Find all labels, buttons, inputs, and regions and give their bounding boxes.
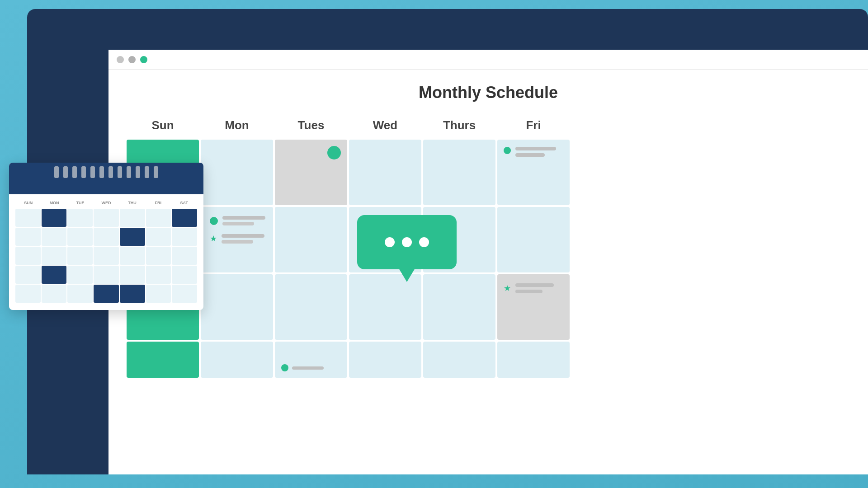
mini-cell[interactable]: [15, 247, 41, 265]
mini-cell[interactable]: [42, 209, 67, 227]
calendar-header: Sun Mon Tues Wed Thurs Fri: [127, 116, 850, 138]
cell-r4-sun: [127, 342, 199, 378]
fri-r3-line2: [515, 290, 542, 293]
col-header-thurs: Thurs: [423, 116, 495, 138]
mini-cell[interactable]: [94, 266, 119, 284]
fri-r1-lines: [515, 147, 556, 157]
mini-cell[interactable]: [172, 285, 197, 303]
mini-cell[interactable]: [94, 209, 119, 227]
cell-r1-wed: [349, 140, 421, 205]
mini-cell[interactable]: [120, 285, 145, 303]
mini-cell[interactable]: [15, 285, 41, 303]
spiral-10: [136, 166, 140, 178]
mon-item1-line2: [222, 222, 254, 225]
cell-r1-mon: [201, 140, 273, 205]
mini-cell[interactable]: [67, 228, 93, 246]
browser-window: Monthly Schedule Sun Mon Tues Wed Thurs …: [108, 50, 868, 474]
mini-cell[interactable]: [42, 228, 67, 246]
calendar-row-4: [127, 342, 850, 378]
browser-content: Monthly Schedule Sun Mon Tues Wed Thurs …: [108, 70, 868, 474]
mini-day-wed: WED: [93, 200, 119, 206]
cell-r3-thurs: [423, 274, 495, 340]
mini-cell[interactable]: [146, 209, 171, 227]
chat-dot-3: [419, 237, 429, 247]
tues-r4-dot: [281, 364, 288, 371]
mini-cell[interactable]: [67, 266, 93, 284]
calendar-grid: Sun Mon Tues Wed Thurs Fri: [127, 116, 850, 378]
mon-item1-line1: [222, 216, 265, 220]
mini-cal-days-header: SUN MON TUE WED THU FRI SAT: [15, 200, 197, 206]
spiral-7: [108, 166, 113, 178]
mini-cell[interactable]: [42, 266, 67, 284]
cell-r4-wed: [349, 342, 421, 378]
page-title: Monthly Schedule: [127, 83, 850, 102]
col-header-fri: Fri: [497, 116, 570, 138]
cell-r3-wed: [349, 274, 421, 340]
spiral-6: [99, 166, 104, 178]
fri-r3-lines: [515, 283, 554, 293]
mini-day-fri: FRI: [145, 200, 171, 206]
mini-cell[interactable]: [94, 247, 119, 265]
calendar-row-3: ★: [127, 274, 850, 340]
fri-r3-star: ★: [504, 283, 511, 293]
mon-item2-line1: [222, 234, 264, 238]
calendar-body: ★: [127, 140, 850, 378]
col-header-mon: Mon: [201, 116, 273, 138]
spiral-3: [72, 166, 77, 178]
mini-cell[interactable]: [172, 228, 197, 246]
mini-cell[interactable]: [172, 209, 197, 227]
mini-cell[interactable]: [94, 285, 119, 303]
cell-r4-fri: [497, 342, 570, 378]
screen-background: Monthly Schedule Sun Mon Tues Wed Thurs …: [0, 0, 868, 488]
mini-cell[interactable]: [42, 285, 67, 303]
mini-cal-header: [9, 163, 203, 194]
mini-cell[interactable]: [15, 228, 41, 246]
spiral-9: [127, 166, 131, 178]
spiral-2: [63, 166, 68, 178]
mon-item2-line2: [222, 240, 253, 244]
mini-cell[interactable]: [67, 247, 93, 265]
mini-cell[interactable]: [120, 228, 145, 246]
cell-r4-tues: [275, 342, 347, 378]
tues-dot: [327, 146, 341, 160]
mini-cell[interactable]: [146, 228, 171, 246]
mini-cell[interactable]: [120, 247, 145, 265]
mini-cell[interactable]: [172, 266, 197, 284]
minimize-dot[interactable]: [128, 56, 136, 63]
mini-cell[interactable]: [120, 209, 145, 227]
spiral-1: [54, 166, 59, 178]
tues-r4-items: [281, 364, 324, 371]
chat-dot-1: [385, 237, 395, 247]
mini-cell[interactable]: [146, 266, 171, 284]
mon-item2-lines: [222, 234, 264, 244]
mini-day-tue: TUE: [67, 200, 93, 206]
mini-day-mon: MON: [41, 200, 67, 206]
chat-dot-2: [402, 237, 412, 247]
spiral-12: [154, 166, 158, 178]
mini-cell[interactable]: [15, 266, 41, 284]
cell-r2-mon: ★: [201, 207, 273, 272]
col-header-wed: Wed: [349, 116, 421, 138]
mini-calendar: SUN MON TUE WED THU FRI SAT: [9, 163, 203, 310]
fri-r3-line1: [515, 283, 554, 287]
calendar-row-1: [127, 140, 850, 205]
mini-cell[interactable]: [94, 228, 119, 246]
close-dot[interactable]: [117, 56, 124, 63]
mini-cell[interactable]: [146, 285, 171, 303]
mini-cell[interactable]: [67, 285, 93, 303]
mini-cell[interactable]: [42, 247, 67, 265]
fri-r1-line2: [515, 153, 545, 157]
mini-cell[interactable]: [146, 247, 171, 265]
mini-day-thu: THU: [119, 200, 145, 206]
fri-r3-content: ★: [497, 274, 570, 300]
mini-cell[interactable]: [15, 209, 41, 227]
mon-items: ★: [210, 216, 265, 244]
mini-cell[interactable]: [67, 209, 93, 227]
mini-cell[interactable]: [172, 247, 197, 265]
mini-day-sat: SAT: [171, 200, 197, 206]
cell-r1-tues: [275, 140, 347, 205]
maximize-dot[interactable]: [140, 56, 147, 63]
spiral-4: [81, 166, 86, 178]
mini-cell[interactable]: [120, 266, 145, 284]
cell-r3-fri: ★: [497, 274, 570, 340]
